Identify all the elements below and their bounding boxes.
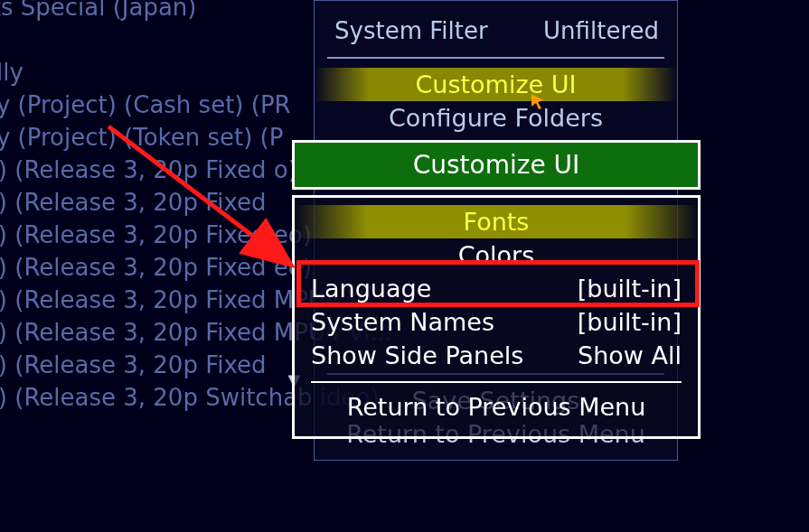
menu-item-return-previous[interactable]: Return to Previous Menu — [295, 390, 698, 424]
menu-item-language[interactable]: Language [built-in] — [295, 272, 698, 305]
main-menu-header: System Filter Unfiltered — [315, 8, 677, 53]
header-value-right: Unfiltered — [543, 17, 659, 44]
popup-body: Fonts Colors Language [built-in] System … — [292, 195, 701, 439]
menu-item-label: Colors — [458, 241, 535, 269]
menu-item-label: Show Side Panels — [311, 341, 523, 369]
menu-item-show-side-panels[interactable]: Show Side Panels Show All — [295, 339, 698, 372]
menu-item-customize-ui[interactable]: Customize UI — [315, 68, 677, 101]
menu-item-label: Return to Previous Menu — [347, 393, 646, 421]
menu-item-label: System Names — [311, 308, 494, 336]
menu-item-configure-folders[interactable]: Configure Folders — [315, 101, 677, 135]
svg-line-2 — [108, 126, 285, 260]
menu-item-fonts[interactable]: Fonts — [295, 205, 698, 238]
menu-item-label: Fonts — [464, 208, 530, 236]
menu-item-system-names[interactable]: System Names [built-in] — [295, 305, 698, 339]
customize-ui-panel: Customize UI Fonts Colors Language [buil… — [292, 140, 701, 439]
menu-item-label: Language — [311, 275, 431, 303]
menu-item-value: [built-in] — [578, 308, 682, 336]
menu-item-colors[interactable]: Colors — [295, 238, 698, 272]
header-label-left: System Filter — [334, 17, 488, 44]
popup-title: Customize UI — [292, 140, 701, 190]
separator — [311, 381, 682, 383]
menu-item-value: [built-in] — [578, 275, 682, 303]
separator — [327, 57, 664, 59]
menu-item-value: Show All — [578, 341, 682, 369]
